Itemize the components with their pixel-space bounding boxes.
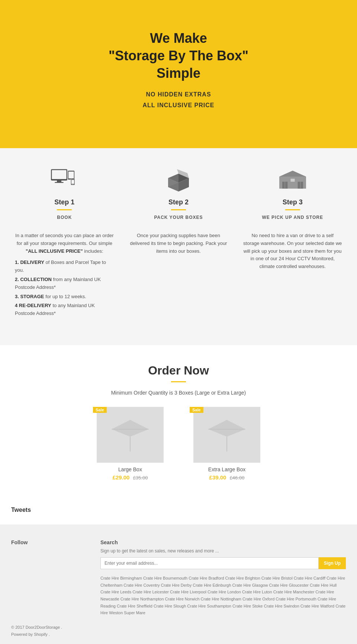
svg-rect-1 <box>52 170 67 179</box>
svg-marker-17 <box>279 171 306 177</box>
product-image-xl <box>193 407 260 463</box>
svg-rect-5 <box>69 172 74 178</box>
tweets-section: Tweets <box>0 495 357 525</box>
order-heading: Order Now <box>7 364 350 377</box>
step-2-divider <box>171 209 186 210</box>
hero-section: We Make "Storage By The Box" Simple NO H… <box>0 0 357 148</box>
newsletter-text: Sign up to get the latest on sales, new … <box>100 548 346 554</box>
sale-badge-large: Sale <box>93 407 107 413</box>
sale-badge-xl: Sale <box>190 407 203 413</box>
price-old-xl: £46.00 <box>230 475 245 481</box>
step-1-number: Step 1 <box>15 198 114 206</box>
step-2-number: Step 2 <box>129 198 228 206</box>
svg-rect-22 <box>290 179 295 182</box>
product-large-box[interactable]: Sale Large Box £29.00 £35.00 <box>93 407 167 481</box>
follow-label: Follow <box>11 539 86 545</box>
warehouse-icon <box>243 167 342 193</box>
step-2: Step 2 PACK YOUR BOXES <box>122 167 236 224</box>
search-label: Search <box>100 539 346 545</box>
order-divider <box>171 381 186 382</box>
svg-rect-8 <box>72 180 74 184</box>
hero-tagline: NO HIDDEN EXTRAS ALL INCLUSIVE PRICE <box>7 89 350 111</box>
product-xl-box[interactable]: Sale Extra Large Box £39.00 £46.00 <box>190 407 264 481</box>
steps-section: Step 1 BOOK Step 2 PACK YOUR BOXE <box>0 148 357 345</box>
svg-point-9 <box>73 184 73 185</box>
powered-by: Powered by Shopify . <box>11 631 346 638</box>
devices-icon <box>15 167 114 193</box>
footer-follow: Follow <box>11 539 86 616</box>
footer-links: Crate Hire Birmingham Crate Hire Bournem… <box>100 575 346 616</box>
hero-heading: We Make "Storage By The Box" Simple <box>7 30 350 82</box>
products-row: Sale Large Box £29.00 £35.00 Sale <box>7 407 350 481</box>
step-3: Step 3 WE PICK UP AND STORE <box>235 167 350 224</box>
price-current-large: £29.00 <box>113 474 130 481</box>
svg-rect-3 <box>55 182 64 183</box>
step-2-desc: Once your packing supplies have been del… <box>122 232 236 319</box>
email-input[interactable] <box>100 557 319 569</box>
step-1: Step 1 BOOK <box>7 167 122 224</box>
product-price-xl: £39.00 £46.00 <box>190 474 264 481</box>
step-3-desc: No need to hire a van or drive to a self… <box>235 232 350 319</box>
tweets-heading: Tweets <box>11 507 346 513</box>
product-name-xl: Extra Large Box <box>190 466 264 472</box>
price-old-large: £35.00 <box>133 475 148 481</box>
footer-bottom: © 2017 Door2DoorStorage . Powered by Sho… <box>11 624 346 638</box>
footer: Follow Search Sign up to get the latest … <box>0 525 357 644</box>
order-subtitle: Minimum Order Quantity is 3 Boxes (Large… <box>7 390 350 396</box>
step-2-label: PACK YOUR BOXES <box>129 215 228 220</box>
svg-rect-2 <box>57 181 61 182</box>
product-name-large: Large Box <box>93 466 167 472</box>
step-1-desc: In a matter of seconds you can place an … <box>7 232 122 319</box>
email-signup-row: Sign Up <box>100 557 346 569</box>
order-section: Order Now Minimum Order Quantity is 3 Bo… <box>0 345 357 495</box>
step-3-divider <box>285 209 300 210</box>
step-3-number: Step 3 <box>243 198 342 206</box>
step-3-label: WE PICK UP AND STORE <box>243 215 342 220</box>
copyright: © 2017 Door2DoorStorage . <box>11 624 346 631</box>
price-current-xl: £39.00 <box>209 474 226 481</box>
box-icon <box>129 167 228 193</box>
footer-search-section: Search Sign up to get the latest on sale… <box>100 539 346 616</box>
step-1-divider <box>57 209 72 210</box>
product-image-large <box>97 407 164 463</box>
product-price-large: £29.00 £35.00 <box>93 474 167 481</box>
step-1-label: BOOK <box>15 215 114 220</box>
signup-button[interactable]: Sign Up <box>319 557 346 569</box>
